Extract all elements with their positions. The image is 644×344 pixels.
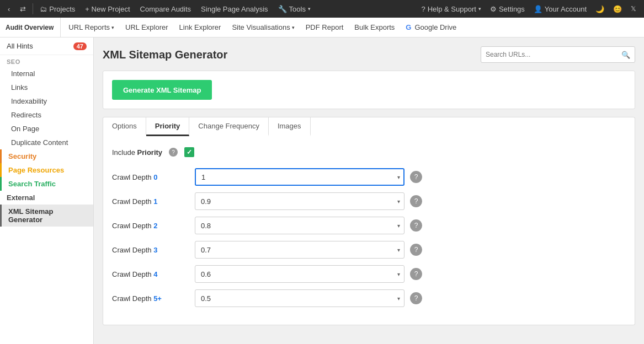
link-explorer-label: Link Explorer (179, 23, 221, 31)
sidebar-item-page-resources[interactable]: Page Resources (0, 163, 93, 177)
url-explorer-label: URL Explorer (125, 23, 168, 31)
back-button[interactable]: ‹ (3, 0, 14, 18)
crawl-select-wrap-5: 10.90.80.70.60.50.40.30.20.1▾ (195, 289, 405, 307)
crawl-select-wrap-2: 10.90.80.70.60.50.40.30.20.1▾ (195, 217, 405, 234)
sidebar-item-search-traffic[interactable]: Search Traffic (0, 177, 93, 191)
search-traffic-label: Search Traffic (8, 180, 56, 188)
audit-overview-label[interactable]: Audit Overview (6, 18, 61, 37)
crawl-select-0[interactable]: 10.90.80.70.60.50.40.30.20.1 (195, 168, 405, 186)
search-box: 🔍 (481, 46, 635, 63)
google-drive-button[interactable]: G Google Drive (400, 18, 462, 37)
top-nav-right: ? Help & Support ▾ ⚙ Settings 👤 Your Acc… (417, 0, 641, 18)
crawl-depth-label-2: Crawl Depth 2 (112, 222, 189, 230)
crawl-depth-row-1: Crawl Depth 110.90.80.70.60.50.40.30.20.… (112, 192, 626, 210)
sidebar-item-on-page[interactable]: On Page (0, 122, 93, 136)
google-icon: G (406, 23, 411, 31)
site-vis-caret-icon: ▾ (292, 25, 295, 30)
tab-images-label: Images (278, 122, 301, 130)
sidebar-item-external[interactable]: External (0, 191, 93, 205)
crawl-depth-label-1: Crawl Depth 1 (112, 197, 189, 206)
main-content: XML Sitemap Generator 🔍 Generate XML Sit… (94, 37, 644, 344)
crawl-select-3[interactable]: 10.90.80.70.60.50.40.30.20.1 (195, 241, 405, 259)
help-label: Help & Support (428, 5, 476, 13)
crawl-select-5[interactable]: 10.90.80.70.60.50.40.30.20.1 (195, 289, 405, 307)
smiley-icon: 😊 (613, 5, 622, 13)
tools-caret-icon: ▾ (308, 6, 311, 12)
external-label: External (7, 194, 35, 202)
help-icon: ? (421, 5, 425, 13)
include-priority-help-icon[interactable]: ? (169, 148, 178, 157)
sidebar-item-redirects[interactable]: Redirects (0, 108, 93, 122)
sidebar-item-internal[interactable]: Internal (0, 67, 93, 80)
site-visualisations-label: Site Visualisations (232, 23, 290, 31)
crawl-depth-row-2: Crawl Depth 210.90.80.70.60.50.40.30.20.… (112, 217, 626, 234)
account-icon: 👤 (534, 5, 542, 13)
tab-options[interactable]: Options (103, 117, 146, 136)
link-explorer-button[interactable]: Link Explorer (174, 18, 227, 37)
new-project-label: + New Project (85, 5, 130, 13)
tab-images[interactable]: Images (269, 117, 311, 136)
settings-button[interactable]: ⚙ Settings (486, 0, 529, 18)
all-hints-badge: 47 (73, 42, 87, 50)
generate-button-label: Generate XML Sitemap (123, 86, 201, 94)
crawl-select-wrap-3: 10.90.80.70.60.50.40.30.20.1▾ (195, 241, 405, 259)
compare-audits-label: Compare Audits (140, 5, 191, 13)
tab-options-label: Options (112, 122, 137, 130)
include-priority-label: Include Priority (112, 148, 162, 157)
projects-button[interactable]: 🗂 Projects (35, 0, 79, 18)
site-visualisations-button[interactable]: Site Visualisations ▾ (226, 18, 300, 37)
crawl-depth-help-5[interactable]: ? (410, 292, 422, 304)
settings-label: Settings (499, 5, 525, 13)
switch-button[interactable]: ⇄ (15, 0, 30, 18)
dark-mode-button[interactable]: 🌙 (591, 0, 609, 18)
pdf-report-button[interactable]: PDF Report (300, 18, 349, 37)
sidebar-item-xml-sitemap[interactable]: XML Sitemap Generator (0, 205, 93, 227)
twitter-button[interactable]: 𝕏 (626, 0, 641, 18)
folder-icon: 🗂 (40, 5, 47, 13)
url-explorer-button[interactable]: URL Explorer (120, 18, 174, 37)
security-label: Security (8, 152, 36, 160)
sidebar-item-security[interactable]: Security (0, 149, 93, 163)
smiley-button[interactable]: 😊 (609, 0, 626, 18)
tools-button[interactable]: 🔧 Tools ▾ (274, 0, 315, 18)
sidebar-item-all-hints[interactable]: All Hints 47 (0, 37, 93, 55)
sidebar-item-links[interactable]: Links (0, 80, 93, 94)
crawl-depth-help-1[interactable]: ? (410, 195, 422, 207)
indexability-label: Indexability (11, 97, 47, 105)
crawl-depth-row-5: Crawl Depth 5+10.90.80.70.60.50.40.30.20… (112, 289, 626, 307)
generate-button[interactable]: Generate XML Sitemap (112, 80, 212, 100)
crawl-depth-label-5: Crawl Depth 5+ (112, 294, 189, 303)
tabs-row: Options Priority Change Frequency Images (103, 117, 635, 136)
second-navigation: Audit Overview URL Reports ▾ URL Explore… (0, 18, 644, 37)
compare-audits-button[interactable]: Compare Audits (136, 0, 196, 18)
crawl-select-4[interactable]: 10.90.80.70.60.50.40.30.20.1 (195, 265, 405, 283)
help-button[interactable]: ? Help & Support ▾ (417, 0, 485, 18)
crawl-depth-row-0: Crawl Depth 010.90.80.70.60.50.40.30.20.… (112, 168, 626, 186)
tab-change-frequency[interactable]: Change Frequency (189, 117, 269, 136)
single-page-button[interactable]: Single Page Analysis (196, 0, 272, 18)
new-project-button[interactable]: + New Project (81, 0, 134, 18)
search-icon[interactable]: 🔍 (617, 51, 635, 59)
sidebar-item-duplicate-content[interactable]: Duplicate Content (0, 136, 93, 149)
crawl-depth-label-3: Crawl Depth 3 (112, 246, 189, 254)
switch-icon: ⇄ (20, 5, 26, 13)
all-hints-label: All Hints (7, 42, 33, 50)
crawl-depth-help-4[interactable]: ? (410, 268, 422, 280)
crawl-depth-help-3[interactable]: ? (410, 244, 422, 256)
bulk-exports-button[interactable]: Bulk Exports (349, 18, 400, 37)
include-priority-checkbox[interactable]: ✓ (184, 147, 194, 157)
crawl-depth-row-3: Crawl Depth 310.90.80.70.60.50.40.30.20.… (112, 241, 626, 259)
account-button[interactable]: 👤 Your Account (529, 0, 591, 18)
crawl-depth-help-0[interactable]: ? (410, 171, 422, 183)
tab-priority-label: Priority (155, 122, 180, 130)
crawl-select-2[interactable]: 10.90.80.70.60.50.40.30.20.1 (195, 217, 405, 234)
sidebar-item-indexability[interactable]: Indexability (0, 94, 93, 108)
url-reports-button[interactable]: URL Reports ▾ (63, 18, 120, 37)
crawl-depth-help-2[interactable]: ? (410, 219, 422, 232)
search-input[interactable] (481, 51, 617, 58)
crawl-select-wrap-0: 10.90.80.70.60.50.40.30.20.1▾ (195, 168, 405, 186)
tab-priority[interactable]: Priority (146, 117, 190, 136)
crawl-depth-row-4: Crawl Depth 410.90.80.70.60.50.40.30.20.… (112, 265, 626, 283)
top-navigation: ‹ ⇄ 🗂 Projects + New Project Compare Aud… (0, 0, 644, 18)
crawl-select-1[interactable]: 10.90.80.70.60.50.40.30.20.1 (195, 192, 405, 210)
